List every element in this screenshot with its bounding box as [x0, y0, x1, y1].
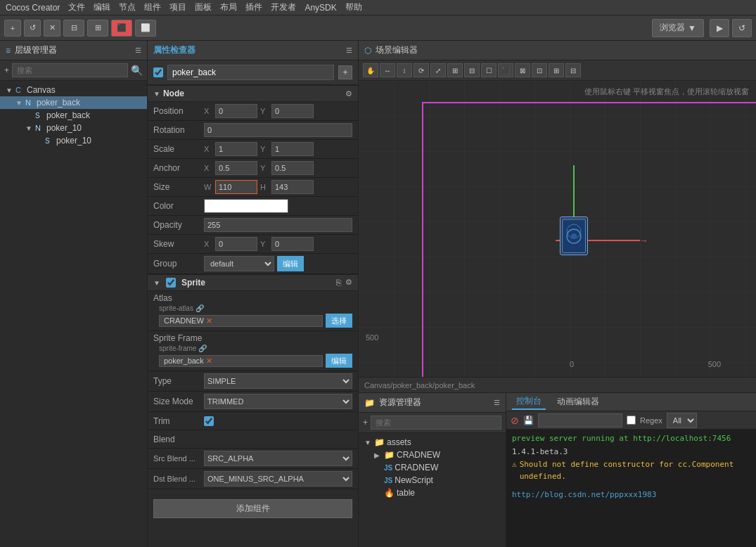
scene-tool-btn7[interactable]: ⊟: [464, 63, 480, 77]
regex-checkbox[interactable]: [627, 416, 636, 425]
scale-x-input[interactable]: [215, 142, 257, 156]
assets-item-assets[interactable]: ▼ 📁 assets: [359, 436, 506, 449]
scene-tool-btn6[interactable]: ⊞: [447, 63, 463, 77]
all-dropdown[interactable]: All: [667, 413, 697, 428]
scene-tool-hand[interactable]: ✋: [363, 63, 378, 77]
menu-project[interactable]: 项目: [169, 1, 186, 13]
scene-tool-btn10[interactable]: ⊠: [515, 63, 530, 77]
menu-help[interactable]: 帮助: [345, 1, 362, 13]
scene-tool-btn9[interactable]: ⬛: [498, 63, 513, 77]
browser-button[interactable]: 浏览器 ▼: [652, 19, 704, 37]
scene-tool-rotate[interactable]: ⟳: [414, 63, 429, 77]
scene-tool-btn13[interactable]: ⊟: [565, 63, 581, 77]
opacity-input[interactable]: [204, 218, 352, 232]
toolbar-btn4[interactable]: ⊟: [63, 20, 84, 37]
hierarchy-add-icon[interactable]: +: [4, 65, 9, 75]
menu-plugin[interactable]: 插件: [245, 1, 262, 13]
toolbar-btn5[interactable]: ⊞: [87, 20, 108, 37]
menu-dev[interactable]: 开发者: [271, 1, 296, 13]
toolbar-add-btn[interactable]: +: [4, 20, 21, 37]
sprite-frame-clear-icon[interactable]: ✕: [206, 356, 212, 366]
group-edit-button[interactable]: 编辑: [277, 256, 304, 271]
anchor-y-input[interactable]: [271, 161, 314, 175]
assets-item-table[interactable]: 🔥 table: [359, 487, 506, 499]
assets-add-icon[interactable]: +: [363, 418, 368, 427]
properties-panel: 属性检查器 ☰ + ▼ Node ⚙ Position X Y Rota: [148, 41, 359, 547]
console-save-icon[interactable]: 💾: [523, 416, 534, 425]
tree-item-poker-10[interactable]: ▼ N poker_10: [0, 122, 147, 134]
menu-node[interactable]: 节点: [119, 1, 136, 13]
node-name-input[interactable]: [167, 65, 334, 80]
scale-y-input[interactable]: [271, 142, 314, 156]
menu-panel[interactable]: 面板: [195, 1, 212, 13]
poker10-sprite-icon: S: [45, 137, 56, 145]
sprite-edit-button[interactable]: 编辑: [326, 354, 352, 368]
menu-file[interactable]: 文件: [68, 1, 85, 13]
tree-item-poker10-sprite[interactable]: S poker_10: [0, 134, 147, 147]
type-row: Type SIMPLE: [148, 371, 358, 392]
tab-console[interactable]: 控制台: [512, 394, 546, 410]
size-w-input[interactable]: [215, 180, 257, 194]
trim-checkbox[interactable]: [204, 416, 214, 426]
assets-item-cradnew-js[interactable]: JS CRADNEW: [359, 461, 506, 474]
assets-item-newscript[interactable]: JS NewScript: [359, 474, 506, 487]
refresh-button[interactable]: ↺: [732, 19, 752, 37]
toolbar-btn6[interactable]: ⬛: [111, 20, 132, 37]
toolbar-btn7[interactable]: ⬜: [135, 20, 156, 37]
toolbar-undo-btn[interactable]: ↺: [24, 20, 41, 37]
menu-edit[interactable]: 编辑: [94, 1, 110, 13]
anchor-x-input[interactable]: [215, 161, 257, 175]
hierarchy-menu-icon[interactable]: ☰: [135, 46, 141, 54]
scene-tool-btn8[interactable]: ☐: [481, 63, 496, 77]
tree-item-poker-back[interactable]: ▼ N poker_back: [0, 96, 147, 109]
console-line-2: 1.4.1-beta.3: [512, 446, 750, 459]
dst-blend-dropdown[interactable]: ONE_MINUS_SRC_ALPHA: [204, 471, 352, 487]
color-preview[interactable]: [204, 199, 288, 213]
atlas-clear-icon[interactable]: ✕: [206, 316, 212, 326]
scene-tool-move[interactable]: ↔: [380, 63, 395, 77]
assets-item-cradnew-folder[interactable]: ▶ 📁 CRADNEW: [359, 449, 506, 461]
sprite-enabled-checkbox[interactable]: [166, 278, 176, 288]
scene-tool-btn12[interactable]: ⊞: [549, 63, 564, 77]
assets-title: 资源管理器: [379, 397, 421, 408]
console-line-3: ⚠ Should not define constructor for cc.C…: [512, 458, 750, 483]
position-y-input[interactable]: [271, 104, 314, 118]
add-property-button[interactable]: +: [338, 65, 352, 79]
properties-menu-icon[interactable]: ☰: [346, 46, 352, 54]
scene-tool-btn11[interactable]: ⊡: [532, 63, 547, 77]
size-mode-dropdown[interactable]: TRIMMED: [204, 394, 352, 409]
tree-item-canvas[interactable]: ▼ C Canvas: [0, 84, 147, 96]
rotation-input[interactable]: [204, 123, 352, 137]
menu-anysdk[interactable]: AnySDK: [305, 3, 336, 13]
console-clear-icon[interactable]: ⊘: [511, 415, 519, 426]
src-blend-dropdown[interactable]: SRC_ALPHA: [204, 451, 352, 466]
scene-canvas[interactable]: 使用鼠标右键 平移视窗焦点，使用滚轮缩放视窗 →: [359, 81, 756, 377]
tree-item-poker-back-sprite[interactable]: S poker_back: [0, 109, 147, 122]
play-button[interactable]: ▶: [710, 19, 729, 37]
menu-layout[interactable]: 布局: [220, 1, 237, 13]
assets-menu-icon[interactable]: ☰: [494, 399, 500, 406]
node-enabled-checkbox[interactable]: [153, 67, 163, 77]
scene-tool-rect[interactable]: ⤢: [430, 63, 446, 77]
console-search-input[interactable]: [538, 413, 622, 427]
sprite-section-gear-icon[interactable]: ⚙: [345, 278, 352, 288]
tab-animation[interactable]: 动画编辑器: [553, 394, 603, 409]
size-h-input[interactable]: [271, 180, 314, 194]
toolbar-delete-btn[interactable]: ✕: [44, 20, 60, 37]
skew-x-input[interactable]: [215, 237, 257, 251]
skew-y-input[interactable]: [271, 237, 314, 251]
scene-sprite-card[interactable]: [560, 217, 588, 255]
menu-component[interactable]: 组件: [144, 1, 161, 13]
add-component-button[interactable]: 添加组件: [153, 499, 352, 518]
assets-search-input[interactable]: [371, 416, 501, 430]
atlas-choose-button[interactable]: 选择: [326, 314, 352, 328]
menu-cocos[interactable]: Cocos Creator: [6, 3, 60, 13]
sprite-copy-icon[interactable]: ⎘: [336, 278, 341, 288]
hierarchy-search-input[interactable]: [12, 63, 128, 77]
node-name-bar: +: [148, 60, 358, 85]
node-section-gear-icon[interactable]: ⚙: [345, 89, 352, 98]
type-dropdown[interactable]: SIMPLE: [204, 373, 352, 389]
scene-tool-scale[interactable]: ↕: [397, 63, 412, 77]
group-dropdown[interactable]: default: [204, 256, 274, 271]
position-x-input[interactable]: [215, 104, 257, 118]
